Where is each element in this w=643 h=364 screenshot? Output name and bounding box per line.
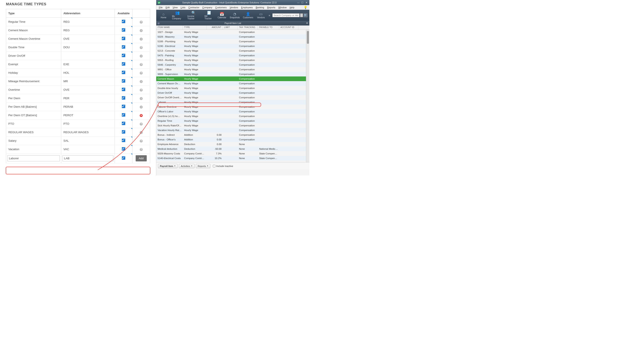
col-item-name[interactable]: ITEM NAME [156,26,183,30]
col-type[interactable]: TYPE [183,26,207,30]
toolbar-more-icon[interactable]: » [268,14,271,17]
list-item[interactable]: 5028 - MasonryHourly WageCompensation [156,34,309,39]
toolbar-calendar[interactable]: 📅Calendar [217,12,228,19]
subwindow-close-icon[interactable]: ✕ [306,22,308,25]
info-icon[interactable]: i [140,97,143,100]
menu-contractor[interactable]: Contractor [187,6,200,9]
new-available-checkbox[interactable] [122,156,125,160]
available-checkbox[interactable] [122,54,125,57]
help-icon[interactable]: ? [140,140,143,142]
menu-help[interactable]: Help [288,6,296,9]
list-item[interactable]: 5140-Electrical CostsCompany Contributi.… [156,156,309,160]
menu-view[interactable]: View [171,6,179,9]
info-icon[interactable]: i [140,80,143,83]
minimize-icon[interactable]: — [297,1,300,4]
available-checkbox[interactable] [122,96,125,100]
list-item[interactable]: Regular TimeHourly WageCompensation [156,118,309,123]
help-icon[interactable]: ? [140,122,143,126]
list-item[interactable]: Vacation Hourly Rate...Hourly WageCompen… [156,128,309,132]
close-icon[interactable]: ✕ [305,1,308,4]
search-go-icon[interactable]: 🔍 [303,13,308,18]
info-icon[interactable]: i [140,131,143,134]
activities-menu-button[interactable]: Activities▼ [179,164,194,168]
list-item[interactable]: Employee AdvanceDeduction0.00None [156,142,309,146]
available-checkbox[interactable] [122,139,125,142]
list-item[interactable]: 5553 - RoofingHourly WageCompensation [156,58,309,62]
list-item[interactable]: 5190 - ElectricalHourly WageCompensation [156,44,309,48]
col-tax-tracking[interactable]: TAX TRACKING [238,26,258,30]
menu-customers[interactable]: Customers [214,6,228,9]
list-item[interactable]: LaborerHourly WageCompensation [156,100,309,104]
toolbar-home[interactable]: ⌂Home [158,12,169,19]
scrollbar-track[interactable] [306,30,309,162]
list-item[interactable]: Overtime (x1.5) hourlyHourly WageCompens… [156,114,309,118]
toolbar-snapshots[interactable]: ◔Snapshots [229,12,241,19]
available-checkbox[interactable] [122,71,125,74]
col-amount[interactable]: AMOUNT [207,26,223,30]
list-item[interactable]: Medical deductionDeduction-50.00NoneNati… [156,146,309,151]
info-icon[interactable]: i [140,106,143,108]
available-checkbox[interactable] [122,130,125,134]
new-abbr-input[interactable] [63,155,113,162]
list-item[interactable]: Cement Mason Over...Hourly WageCompensat… [156,81,309,86]
menu-lists[interactable]: Lists [179,6,187,9]
list-item[interactable]: 9899 - SupervisionHourly WageCompensatio… [156,72,309,76]
list-item[interactable]: Cement MasonHourly WageCompensation [156,76,309,81]
available-checkbox[interactable] [122,28,125,32]
list-item[interactable]: 5475 - PaintingHourly WageCompensation [156,53,309,58]
list-item[interactable]: Laborer OvertimeHourly WageCompensation [156,104,309,109]
list-item[interactable]: Bonus - IndirectAddition0.00Compensation [156,132,309,137]
available-checkbox[interactable] [122,88,125,91]
col-limit[interactable]: LIMIT [223,26,238,30]
toolbar-income-tracker[interactable]: 🔍Income Tracker [186,10,201,20]
help-icon[interactable]: ? [140,46,143,49]
list-item[interactable]: 5646 - CarpentryHourly WageCompensation [156,62,309,67]
payroll-item-menu-button[interactable]: Payroll Item▼ [158,164,177,168]
menu-reports[interactable]: Reports [266,6,277,9]
info-icon[interactable]: i [140,38,143,40]
help-icon[interactable]: ? [140,88,143,92]
scrollbar-thumb[interactable] [307,31,309,44]
help-icon[interactable]: ? [140,148,143,151]
available-checkbox[interactable] [122,147,125,150]
menu-company[interactable]: Company [201,6,213,9]
list-item[interactable]: Officer's LaborHourly WageCompensation [156,109,309,114]
menu-vendors[interactable]: Vendors [228,6,240,9]
col-payable-to[interactable]: PAYABLE TO [258,26,279,30]
available-checkbox[interactable] [122,37,125,40]
delete-icon[interactable]: ✕ [140,114,143,117]
list-item[interactable]: 5188 - PlumbingHourly WageCompensation [156,39,309,44]
toolbar-my-company[interactable]: 👥My Company [170,10,184,20]
help-icon[interactable]: ? [140,20,143,24]
list-item[interactable]: Driver On/Off OvertimeHourly WageCompens… [156,95,309,100]
list-item[interactable]: 5028-Masonry CostsCompany Contributi...7… [156,151,309,156]
toolbar-bill-tracker[interactable]: 🧾Bill Tracker [203,10,215,20]
toolbar-customers[interactable]: 👤Customers [242,12,254,19]
reports-menu-button[interactable]: Reports▼ [196,164,210,168]
list-item[interactable]: Driver On/OffHourly WageCompensation [156,90,309,95]
list-item[interactable]: 9891 - OfficeHourly WageCompensation [156,67,309,72]
available-checkbox[interactable] [122,105,125,108]
menu-edit[interactable]: Edit [164,6,171,9]
list-item[interactable]: Sick Hourly Rate/Offi...Hourly WageCompe… [156,123,309,128]
menu-employees[interactable]: Employees [240,6,254,9]
menu-window[interactable]: Window [277,6,288,9]
menu-file[interactable]: File [158,6,164,9]
new-type-input[interactable] [8,155,60,162]
toolbar-vendors[interactable]: ▭Vendors [255,12,266,19]
add-button[interactable]: Add [136,155,146,162]
search-input[interactable] [272,14,300,17]
include-inactive-label[interactable]: Include inactive [213,165,233,167]
info-icon[interactable]: i [140,54,143,58]
available-checkbox[interactable] [122,79,125,82]
tips-icon[interactable]: 💡 [303,6,308,9]
list-item[interactable]: 5213 - ConcreteHourly WageCompensation [156,48,309,53]
available-checkbox[interactable] [122,20,125,23]
pin-icon[interactable]: ▤ [158,22,159,24]
available-checkbox[interactable] [122,45,125,49]
available-checkbox[interactable] [122,122,125,125]
include-inactive-checkbox[interactable] [213,165,216,167]
maximize-icon[interactable]: ☐ [301,1,304,4]
list-item[interactable]: 1027 - DesignHourly WageCompensation [156,30,309,34]
list-item[interactable]: Bonus - Officer'sAddition0.00Compensatio… [156,137,309,142]
